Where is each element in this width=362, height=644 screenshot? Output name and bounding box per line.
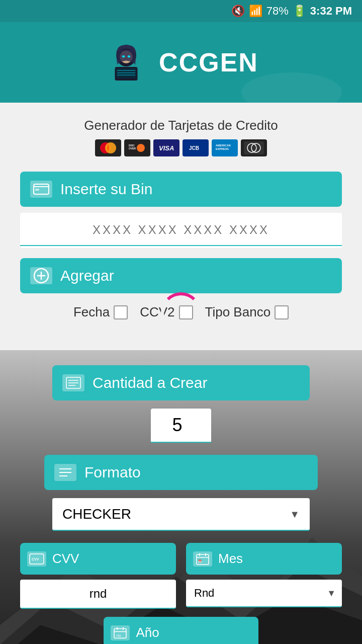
mes-col: 📅 Mes Rnd 01 02 03 04 05 06 07: [186, 543, 342, 609]
cvv-button[interactable]: CVV CVV: [20, 543, 176, 575]
fecha-label: Fecha: [73, 304, 110, 320]
status-bar: 🔇 📶 78% 🔋 3:32 PM: [0, 0, 362, 22]
cvv-input-container: [20, 580, 176, 609]
discover-icon: DISC OVER: [124, 139, 150, 156]
dark-section: Cantidad a Crear Formato CHECKER: [0, 350, 362, 644]
cvv-input[interactable]: [20, 580, 176, 608]
fecha-checkbox[interactable]: [114, 305, 128, 319]
formato-button[interactable]: Formato: [44, 455, 318, 490]
svg-point-10: [105, 142, 116, 153]
insert-bin-label: Inserte su Bin: [60, 181, 152, 198]
calendar-icon: 📅: [193, 551, 212, 567]
cvv-label: CVV: [52, 551, 79, 567]
insert-bin-button[interactable]: Inserte su Bin: [20, 172, 342, 207]
ano-button[interactable]: +1y Año: [104, 617, 258, 644]
svg-text:📅: 📅: [198, 559, 202, 564]
loading-spinner: [161, 292, 201, 333]
cantidad-label: Cantidad a Crear: [93, 374, 207, 391]
list-icon: [62, 374, 84, 391]
card-icons-row: DISC OVER VISA JCB AMERICAN: [20, 139, 342, 156]
mute-icon: 🔇: [231, 5, 245, 18]
mes-select[interactable]: Rnd 01 02 03 04 05 06 07 08 09 10 11 12: [186, 580, 342, 606]
svg-point-3: [128, 55, 130, 58]
svg-text:JCB: JCB: [189, 145, 199, 151]
battery-icon: 🔋: [293, 5, 306, 18]
bin-input-container: [20, 213, 342, 248]
formato-select[interactable]: CHECKER PIPE PLAIN: [52, 498, 310, 530]
svg-rect-22: [244, 141, 264, 154]
subtitle-section: Generador de Tarjetas de Credito DISC OV…: [20, 118, 342, 156]
options-row: Fecha CCV2 Tipo Banco: [20, 299, 342, 325]
cvv-icon: CVV: [27, 551, 46, 567]
jcb-icon: JCB: [183, 139, 209, 156]
bin-input[interactable]: [20, 215, 342, 246]
plus-circle-icon: [30, 267, 52, 284]
cantidad-button[interactable]: Cantidad a Crear: [52, 365, 310, 400]
tipo-banco-checkbox[interactable]: [275, 305, 289, 319]
cantidad-input-container: [151, 409, 211, 443]
battery-percent: 78%: [266, 5, 289, 18]
main-content: Generador de Tarjetas de Credito DISC OV…: [0, 103, 362, 350]
cantidad-input[interactable]: [151, 409, 211, 443]
cvv-mes-row: CVV CVV: [20, 543, 342, 609]
formato-label: Formato: [84, 464, 141, 481]
svg-text:VISA: VISA: [159, 144, 174, 152]
app-header: CCGEN: [0, 22, 362, 103]
time-display: 3:32 PM: [310, 5, 352, 18]
credit-card-icon: [30, 181, 52, 198]
visa-icon: VISA: [153, 139, 179, 156]
mes-button[interactable]: 📅 Mes: [186, 543, 342, 575]
mastercard-icon: [95, 139, 121, 156]
svg-rect-5: [116, 68, 136, 78]
svg-point-2: [122, 55, 125, 58]
svg-text:CVV: CVV: [32, 557, 39, 561]
fecha-checkbox-item: Fecha: [73, 304, 128, 320]
page-subtitle: Generador de Tarjetas de Credito: [20, 118, 342, 133]
svg-text:AMERICAN: AMERICAN: [216, 144, 231, 147]
svg-text:EXPRESS: EXPRESS: [216, 147, 229, 150]
format-icon: [54, 464, 76, 481]
tipo-banco-checkbox-item: Tipo Banco: [205, 304, 289, 320]
ano-label: Año: [136, 625, 159, 640]
agregar-label: Agregar: [60, 267, 114, 284]
mes-label: Mes: [218, 551, 243, 567]
amex-icon: AMERICAN EXPRESS: [212, 139, 238, 156]
svg-text:+1y: +1y: [116, 633, 122, 636]
agregar-button[interactable]: Agregar: [20, 258, 342, 293]
svg-text:OVER: OVER: [129, 147, 136, 150]
mes-select-wrapper: Rnd 01 02 03 04 05 06 07 08 09 10 11 12: [186, 580, 342, 607]
tipo-banco-label: Tipo Banco: [205, 304, 271, 320]
svg-point-12: [137, 144, 145, 152]
svg-rect-27: [35, 189, 39, 191]
ano-calendar-icon: +1y: [111, 625, 130, 640]
app-title: CCGEN: [159, 47, 258, 77]
svg-rect-43: [197, 554, 209, 565]
diners-icon: [241, 139, 267, 156]
wifi-icon: 📶: [249, 5, 262, 18]
hacker-icon: [104, 40, 149, 85]
cvv-col: CVV CVV: [20, 543, 176, 609]
formato-select-wrapper: CHECKER PIPE PLAIN: [52, 498, 310, 531]
